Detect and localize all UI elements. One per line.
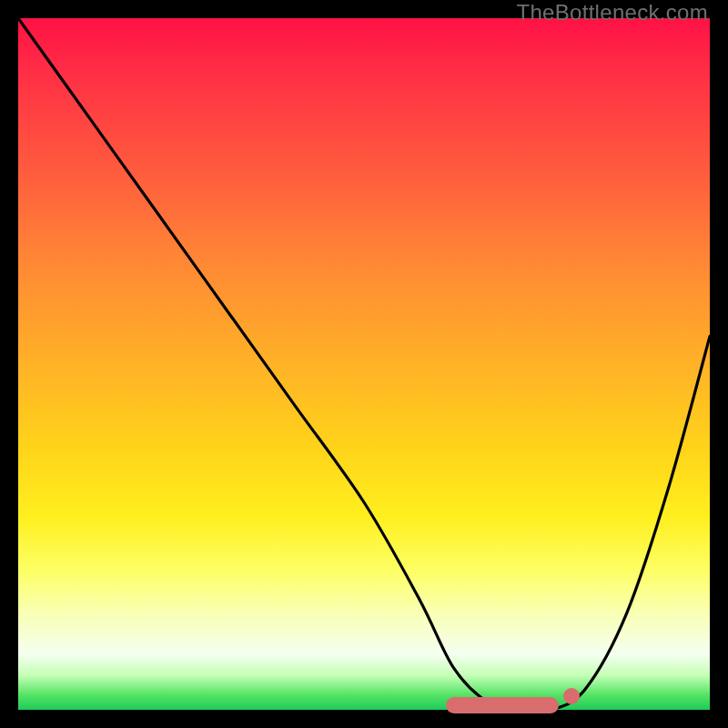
chart-background-gradient: [18, 18, 710, 710]
optimal-range-marker: [446, 697, 559, 713]
watermark-text: TheBottleneck.com: [516, 0, 708, 25]
optimal-point-marker: [563, 688, 580, 704]
chart-frame: [18, 18, 710, 710]
